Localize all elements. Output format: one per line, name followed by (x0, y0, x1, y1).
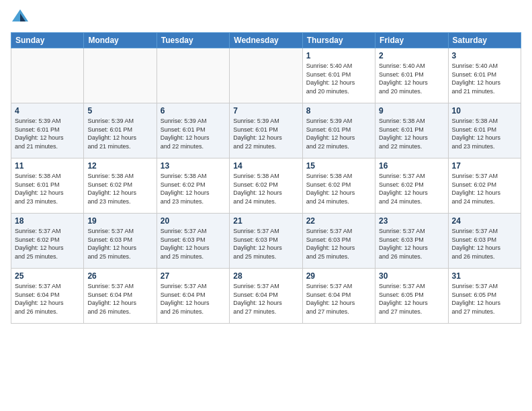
calendar-cell: 22Sunrise: 5:37 AM Sunset: 6:03 PM Dayli… (302, 214, 375, 269)
day-number: 26 (87, 271, 152, 281)
day-info: Sunrise: 5:37 AM Sunset: 6:05 PM Dayligh… (379, 282, 444, 316)
day-number: 5 (87, 106, 152, 116)
logo (11, 8, 32, 27)
calendar-cell: 2Sunrise: 5:40 AM Sunset: 6:01 PM Daylig… (375, 48, 448, 103)
day-info: Sunrise: 5:40 AM Sunset: 6:01 PM Dayligh… (452, 62, 517, 95)
weekday-header-monday: Monday (84, 33, 157, 48)
day-info: Sunrise: 5:38 AM Sunset: 6:01 PM Dayligh… (15, 172, 80, 205)
day-number: 27 (161, 271, 226, 281)
day-number: 17 (452, 161, 517, 171)
calendar-cell: 8Sunrise: 5:39 AM Sunset: 6:01 PM Daylig… (302, 103, 375, 158)
day-number: 11 (15, 161, 80, 171)
day-number: 16 (379, 161, 444, 171)
day-number: 31 (452, 271, 517, 281)
calendar-cell: 6Sunrise: 5:39 AM Sunset: 6:01 PM Daylig… (157, 103, 229, 158)
day-info: Sunrise: 5:40 AM Sunset: 6:01 PM Dayligh… (306, 62, 371, 95)
day-number: 1 (306, 51, 371, 60)
day-info: Sunrise: 5:37 AM Sunset: 6:03 PM Dayligh… (452, 227, 517, 261)
day-number: 23 (379, 216, 444, 226)
day-number: 9 (379, 106, 444, 116)
day-number: 30 (379, 271, 444, 281)
calendar-cell: 4Sunrise: 5:39 AM Sunset: 6:01 PM Daylig… (11, 103, 84, 158)
day-info: Sunrise: 5:37 AM Sunset: 6:02 PM Dayligh… (379, 172, 444, 205)
week-row-1: 1Sunrise: 5:40 AM Sunset: 6:01 PM Daylig… (11, 48, 521, 103)
calendar-cell: 17Sunrise: 5:37 AM Sunset: 6:02 PM Dayli… (448, 158, 521, 214)
calendar-cell: 11Sunrise: 5:38 AM Sunset: 6:01 PM Dayli… (11, 158, 84, 214)
day-number: 7 (233, 106, 298, 116)
day-number: 22 (306, 216, 371, 226)
calendar-cell (84, 48, 157, 103)
day-info: Sunrise: 5:39 AM Sunset: 6:01 PM Dayligh… (15, 117, 80, 150)
week-row-4: 18Sunrise: 5:37 AM Sunset: 6:02 PM Dayli… (11, 214, 521, 269)
logo-icon (11, 8, 30, 27)
day-info: Sunrise: 5:38 AM Sunset: 6:02 PM Dayligh… (87, 172, 152, 205)
day-number: 29 (306, 271, 371, 281)
calendar-cell: 19Sunrise: 5:37 AM Sunset: 6:03 PM Dayli… (84, 214, 157, 269)
weekday-header-thursday: Thursday (302, 33, 375, 48)
calendar-cell (157, 48, 229, 103)
day-info: Sunrise: 5:37 AM Sunset: 6:03 PM Dayligh… (379, 227, 444, 261)
day-number: 14 (233, 161, 298, 171)
day-info: Sunrise: 5:38 AM Sunset: 6:01 PM Dayligh… (379, 117, 444, 150)
week-row-5: 25Sunrise: 5:37 AM Sunset: 6:04 PM Dayli… (11, 269, 521, 324)
calendar-cell: 20Sunrise: 5:37 AM Sunset: 6:03 PM Dayli… (157, 214, 229, 269)
day-info: Sunrise: 5:40 AM Sunset: 6:01 PM Dayligh… (379, 62, 444, 95)
day-info: Sunrise: 5:37 AM Sunset: 6:03 PM Dayligh… (161, 227, 226, 261)
calendar-cell: 9Sunrise: 5:38 AM Sunset: 6:01 PM Daylig… (375, 103, 448, 158)
calendar-cell: 23Sunrise: 5:37 AM Sunset: 6:03 PM Dayli… (375, 214, 448, 269)
calendar-cell: 29Sunrise: 5:37 AM Sunset: 6:04 PM Dayli… (302, 269, 375, 324)
calendar-cell: 18Sunrise: 5:37 AM Sunset: 6:02 PM Dayli… (11, 214, 84, 269)
day-info: Sunrise: 5:38 AM Sunset: 6:02 PM Dayligh… (161, 172, 226, 205)
day-number: 20 (161, 216, 226, 226)
calendar-cell: 28Sunrise: 5:37 AM Sunset: 6:04 PM Dayli… (230, 269, 302, 324)
calendar-cell: 31Sunrise: 5:37 AM Sunset: 6:05 PM Dayli… (448, 269, 521, 324)
calendar-cell: 25Sunrise: 5:37 AM Sunset: 6:04 PM Dayli… (11, 269, 84, 324)
calendar-cell: 12Sunrise: 5:38 AM Sunset: 6:02 PM Dayli… (84, 158, 157, 214)
week-row-2: 4Sunrise: 5:39 AM Sunset: 6:01 PM Daylig… (11, 103, 521, 158)
day-number: 12 (87, 161, 152, 171)
calendar-cell: 3Sunrise: 5:40 AM Sunset: 6:01 PM Daylig… (448, 48, 521, 103)
calendar-cell: 14Sunrise: 5:38 AM Sunset: 6:02 PM Dayli… (230, 158, 302, 214)
calendar-cell: 26Sunrise: 5:37 AM Sunset: 6:04 PM Dayli… (84, 269, 157, 324)
weekday-header-saturday: Saturday (448, 33, 521, 48)
day-number: 4 (15, 106, 80, 116)
day-number: 8 (306, 106, 371, 116)
day-info: Sunrise: 5:37 AM Sunset: 6:04 PM Dayligh… (15, 282, 80, 316)
day-info: Sunrise: 5:37 AM Sunset: 6:04 PM Dayligh… (161, 282, 226, 316)
day-info: Sunrise: 5:37 AM Sunset: 6:03 PM Dayligh… (87, 227, 152, 261)
weekday-header-sunday: Sunday (11, 33, 84, 48)
day-info: Sunrise: 5:37 AM Sunset: 6:03 PM Dayligh… (233, 227, 298, 261)
day-info: Sunrise: 5:39 AM Sunset: 6:01 PM Dayligh… (87, 117, 152, 150)
calendar-cell: 1Sunrise: 5:40 AM Sunset: 6:01 PM Daylig… (302, 48, 375, 103)
day-number: 19 (87, 216, 152, 226)
header (11, 8, 521, 27)
weekday-header-tuesday: Tuesday (157, 33, 229, 48)
day-number: 6 (161, 106, 226, 116)
page: SundayMondayTuesdayWednesdayThursdayFrid… (0, 0, 532, 411)
weekday-header-friday: Friday (375, 33, 448, 48)
day-info: Sunrise: 5:37 AM Sunset: 6:02 PM Dayligh… (452, 172, 517, 205)
day-number: 15 (306, 161, 371, 171)
calendar-cell: 24Sunrise: 5:37 AM Sunset: 6:03 PM Dayli… (448, 214, 521, 269)
day-info: Sunrise: 5:37 AM Sunset: 6:04 PM Dayligh… (233, 282, 298, 316)
day-info: Sunrise: 5:39 AM Sunset: 6:01 PM Dayligh… (233, 117, 298, 150)
calendar-cell: 21Sunrise: 5:37 AM Sunset: 6:03 PM Dayli… (230, 214, 302, 269)
calendar-cell (11, 48, 84, 103)
weekday-header-wednesday: Wednesday (230, 33, 302, 48)
calendar-cell: 15Sunrise: 5:38 AM Sunset: 6:02 PM Dayli… (302, 158, 375, 214)
calendar-cell: 7Sunrise: 5:39 AM Sunset: 6:01 PM Daylig… (230, 103, 302, 158)
day-info: Sunrise: 5:37 AM Sunset: 6:05 PM Dayligh… (452, 282, 517, 316)
day-info: Sunrise: 5:39 AM Sunset: 6:01 PM Dayligh… (161, 117, 226, 150)
day-info: Sunrise: 5:37 AM Sunset: 6:04 PM Dayligh… (306, 282, 371, 316)
day-number: 18 (15, 216, 80, 226)
day-number: 13 (161, 161, 226, 171)
day-number: 10 (452, 106, 517, 116)
calendar-cell: 10Sunrise: 5:38 AM Sunset: 6:01 PM Dayli… (448, 103, 521, 158)
day-number: 2 (379, 51, 444, 60)
day-number: 28 (233, 271, 298, 281)
day-number: 25 (15, 271, 80, 281)
day-info: Sunrise: 5:39 AM Sunset: 6:01 PM Dayligh… (306, 117, 371, 150)
day-info: Sunrise: 5:38 AM Sunset: 6:01 PM Dayligh… (452, 117, 517, 150)
calendar-cell: 30Sunrise: 5:37 AM Sunset: 6:05 PM Dayli… (375, 269, 448, 324)
day-info: Sunrise: 5:37 AM Sunset: 6:03 PM Dayligh… (306, 227, 371, 261)
